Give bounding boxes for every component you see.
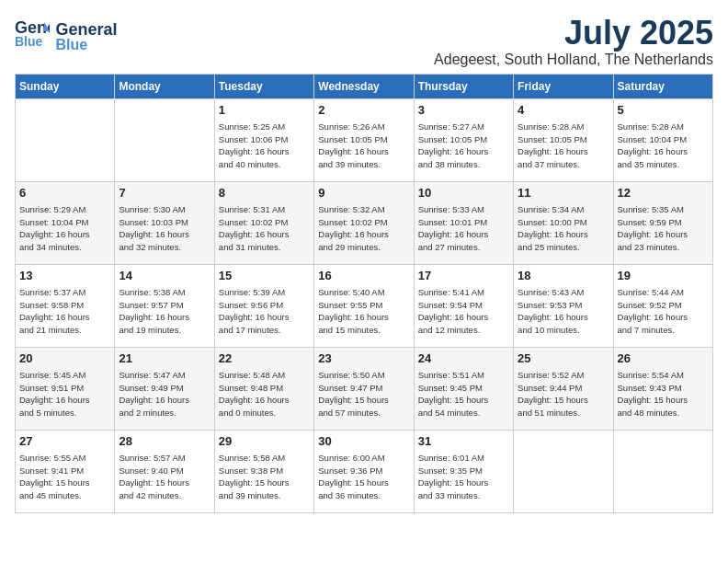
calendar-day-16: 16Sunrise: 5:40 AM Sunset: 9:55 PM Dayli… (314, 264, 414, 347)
day-number: 15 (219, 268, 310, 284)
day-content: Sunrise: 5:54 AM Sunset: 9:43 PM Dayligh… (618, 369, 709, 419)
calendar-day-17: 17Sunrise: 5:41 AM Sunset: 9:54 PM Dayli… (414, 264, 513, 347)
day-number: 12 (618, 185, 709, 201)
day-content: Sunrise: 5:31 AM Sunset: 10:02 PM Daylig… (219, 203, 310, 254)
logo-general: General (55, 20, 117, 39)
day-header-wednesday: Wednesday (314, 74, 414, 98)
calendar-day-13: 13Sunrise: 5:37 AM Sunset: 9:58 PM Dayli… (16, 264, 115, 347)
calendar-day-26: 26Sunrise: 5:54 AM Sunset: 9:43 PM Dayli… (613, 347, 712, 430)
day-header-monday: Monday (115, 74, 214, 98)
day-number: 1 (219, 102, 310, 119)
day-number: 20 (19, 350, 110, 367)
day-header-tuesday: Tuesday (214, 74, 313, 98)
day-content: Sunrise: 6:00 AM Sunset: 9:36 PM Dayligh… (318, 452, 409, 502)
day-header-saturday: Saturday (613, 74, 712, 98)
calendar-empty-cell (514, 430, 613, 512)
day-content: Sunrise: 5:29 AM Sunset: 10:04 PM Daylig… (19, 203, 110, 254)
day-content: Sunrise: 5:28 AM Sunset: 10:04 PM Daylig… (618, 121, 709, 171)
day-number: 10 (418, 185, 509, 201)
day-content: Sunrise: 5:52 AM Sunset: 9:44 PM Dayligh… (518, 369, 609, 419)
day-content: Sunrise: 5:34 AM Sunset: 10:00 PM Daylig… (518, 203, 609, 254)
day-number: 31 (418, 433, 509, 450)
calendar-day-30: 30Sunrise: 6:00 AM Sunset: 9:36 PM Dayli… (314, 430, 414, 512)
day-content: Sunrise: 5:38 AM Sunset: 9:57 PM Dayligh… (119, 286, 210, 337)
calendar-day-20: 20Sunrise: 5:45 AM Sunset: 9:51 PM Dayli… (16, 347, 115, 430)
day-content: Sunrise: 5:41 AM Sunset: 9:54 PM Dayligh… (418, 286, 509, 337)
day-number: 13 (19, 268, 110, 284)
day-number: 23 (318, 350, 409, 367)
day-number: 29 (219, 433, 310, 450)
day-number: 9 (318, 185, 409, 201)
calendar-day-24: 24Sunrise: 5:51 AM Sunset: 9:45 PM Dayli… (414, 347, 513, 430)
day-content: Sunrise: 5:43 AM Sunset: 9:53 PM Dayligh… (518, 286, 609, 337)
calendar-table: SundayMondayTuesdayWednesdayThursdayFrid… (15, 74, 713, 513)
calendar-day-1: 1Sunrise: 5:25 AM Sunset: 10:06 PM Dayli… (214, 98, 313, 181)
calendar-day-23: 23Sunrise: 5:50 AM Sunset: 9:47 PM Dayli… (314, 347, 414, 430)
day-content: Sunrise: 5:55 AM Sunset: 9:41 PM Dayligh… (19, 452, 110, 502)
day-number: 3 (418, 102, 509, 119)
day-number: 26 (618, 350, 709, 367)
calendar-day-2: 2Sunrise: 5:26 AM Sunset: 10:05 PM Dayli… (314, 98, 414, 181)
calendar-week-row: 13Sunrise: 5:37 AM Sunset: 9:58 PM Dayli… (16, 264, 713, 347)
day-content: Sunrise: 5:33 AM Sunset: 10:01 PM Daylig… (418, 203, 509, 254)
day-content: Sunrise: 5:39 AM Sunset: 9:56 PM Dayligh… (219, 286, 310, 337)
calendar-day-6: 6Sunrise: 5:29 AM Sunset: 10:04 PM Dayli… (16, 181, 115, 264)
day-content: Sunrise: 5:32 AM Sunset: 10:02 PM Daylig… (318, 203, 409, 254)
logo-icon: General Blue (15, 15, 50, 50)
day-number: 8 (219, 185, 310, 201)
calendar-day-10: 10Sunrise: 5:33 AM Sunset: 10:01 PM Dayl… (414, 181, 513, 264)
logo: General Blue General Blue (15, 15, 118, 53)
calendar-day-4: 4Sunrise: 5:28 AM Sunset: 10:05 PM Dayli… (514, 98, 613, 181)
day-content: Sunrise: 5:28 AM Sunset: 10:05 PM Daylig… (518, 121, 609, 171)
calendar-day-9: 9Sunrise: 5:32 AM Sunset: 10:02 PM Dayli… (314, 181, 414, 264)
calendar-day-29: 29Sunrise: 5:58 AM Sunset: 9:38 PM Dayli… (214, 430, 313, 512)
logo-blue: Blue (55, 38, 117, 52)
day-number: 6 (19, 185, 110, 201)
day-content: Sunrise: 5:35 AM Sunset: 9:59 PM Dayligh… (618, 203, 709, 254)
calendar-day-18: 18Sunrise: 5:43 AM Sunset: 9:53 PM Dayli… (514, 264, 613, 347)
day-number: 16 (318, 268, 409, 284)
calendar-day-14: 14Sunrise: 5:38 AM Sunset: 9:57 PM Dayli… (115, 264, 214, 347)
day-content: Sunrise: 5:48 AM Sunset: 9:48 PM Dayligh… (219, 369, 310, 419)
calendar-day-31: 31Sunrise: 6:01 AM Sunset: 9:35 PM Dayli… (414, 430, 513, 512)
title-block: July 2025 Adegeest, South Holland, The N… (434, 15, 713, 68)
calendar-day-21: 21Sunrise: 5:47 AM Sunset: 9:49 PM Dayli… (115, 347, 214, 430)
location-title: Adegeest, South Holland, The Netherlands (434, 52, 713, 68)
day-number: 27 (19, 433, 110, 450)
day-number: 5 (618, 102, 709, 119)
month-title: July 2025 (434, 15, 713, 52)
calendar-day-19: 19Sunrise: 5:44 AM Sunset: 9:52 PM Dayli… (613, 264, 712, 347)
calendar-week-row: 6Sunrise: 5:29 AM Sunset: 10:04 PM Dayli… (16, 181, 713, 264)
day-header-sunday: Sunday (16, 74, 115, 98)
calendar-day-22: 22Sunrise: 5:48 AM Sunset: 9:48 PM Dayli… (214, 347, 313, 430)
calendar-day-28: 28Sunrise: 5:57 AM Sunset: 9:40 PM Dayli… (115, 430, 214, 512)
calendar-empty-cell (16, 98, 115, 181)
calendar-day-15: 15Sunrise: 5:39 AM Sunset: 9:56 PM Dayli… (214, 264, 313, 347)
day-content: Sunrise: 5:25 AM Sunset: 10:06 PM Daylig… (219, 121, 310, 171)
day-number: 4 (518, 102, 609, 119)
page-header: General Blue General Blue July 2025 Adeg… (15, 15, 713, 68)
day-content: Sunrise: 5:47 AM Sunset: 9:49 PM Dayligh… (119, 369, 210, 419)
calendar-empty-cell (613, 430, 712, 512)
day-content: Sunrise: 5:58 AM Sunset: 9:38 PM Dayligh… (219, 452, 310, 502)
svg-text:Blue: Blue (15, 34, 43, 49)
day-content: Sunrise: 5:30 AM Sunset: 10:03 PM Daylig… (119, 203, 210, 254)
day-content: Sunrise: 5:40 AM Sunset: 9:55 PM Dayligh… (318, 286, 409, 337)
day-content: Sunrise: 5:26 AM Sunset: 10:05 PM Daylig… (318, 121, 409, 171)
day-content: Sunrise: 5:27 AM Sunset: 10:05 PM Daylig… (418, 121, 509, 171)
calendar-week-row: 27Sunrise: 5:55 AM Sunset: 9:41 PM Dayli… (16, 430, 713, 512)
calendar-header-row: SundayMondayTuesdayWednesdayThursdayFrid… (16, 74, 713, 98)
day-content: Sunrise: 5:37 AM Sunset: 9:58 PM Dayligh… (19, 286, 110, 337)
day-number: 14 (119, 268, 210, 284)
calendar-week-row: 20Sunrise: 5:45 AM Sunset: 9:51 PM Dayli… (16, 347, 713, 430)
day-number: 2 (318, 102, 409, 119)
day-number: 24 (418, 350, 509, 367)
calendar-empty-cell (115, 98, 214, 181)
day-content: Sunrise: 5:44 AM Sunset: 9:52 PM Dayligh… (618, 286, 709, 337)
logo-container: General Blue General Blue (15, 15, 118, 53)
day-number: 7 (119, 185, 210, 201)
calendar-day-3: 3Sunrise: 5:27 AM Sunset: 10:05 PM Dayli… (414, 98, 513, 181)
day-number: 19 (618, 268, 709, 284)
day-content: Sunrise: 5:57 AM Sunset: 9:40 PM Dayligh… (119, 452, 210, 502)
calendar-week-row: 1Sunrise: 5:25 AM Sunset: 10:06 PM Dayli… (16, 98, 713, 181)
